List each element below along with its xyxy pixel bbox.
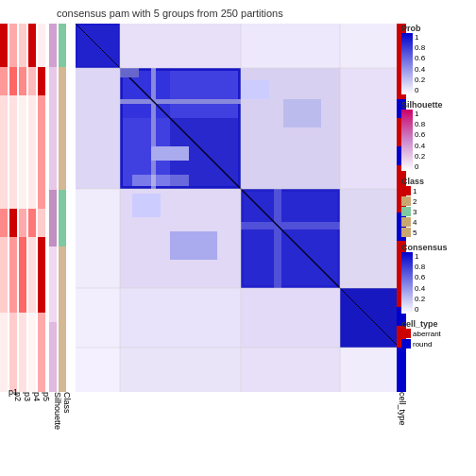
- svg-rect-36: [241, 24, 340, 68]
- svg-rect-101: [401, 252, 413, 314]
- cell-type-title: cell_type: [401, 319, 476, 329]
- prob-legend: Prob 1 0.8 0.6 0.4 0.2: [401, 24, 476, 94]
- right-legend: Prob 1 0.8 0.6 0.4 0.2: [401, 24, 476, 476]
- svg-rect-76: [151, 146, 189, 161]
- prob-title: Prob: [401, 24, 476, 33]
- svg-rect-81: [170, 231, 217, 260]
- svg-rect-24: [49, 24, 57, 67]
- svg-rect-21: [38, 209, 45, 237]
- svg-rect-35: [120, 24, 241, 68]
- svg-rect-32: [59, 246, 66, 322]
- aberrant-color: [401, 329, 411, 338]
- svg-rect-39: [76, 68, 120, 189]
- svg-rect-5: [9, 313, 17, 392]
- svg-rect-63: [120, 99, 241, 104]
- svg-rect-43: [76, 189, 120, 288]
- class-title: Class: [401, 177, 476, 186]
- round-color: [401, 339, 411, 348]
- svg-rect-12: [28, 24, 36, 67]
- svg-rect-68: [241, 222, 340, 230]
- svg-rect-20: [38, 95, 45, 209]
- svg-rect-49: [241, 288, 340, 348]
- svg-rect-15: [28, 209, 36, 237]
- class4-color: [401, 217, 411, 227]
- svg-rect-23: [38, 313, 45, 392]
- svg-rect-53: [241, 348, 340, 392]
- consensus-title: Consensus: [401, 243, 476, 252]
- svg-rect-6: [19, 24, 26, 67]
- consensus-gradient: [401, 252, 413, 314]
- round-label: round: [413, 340, 432, 348]
- heatmap-area: [76, 24, 397, 392]
- svg-rect-78: [241, 80, 269, 99]
- label-silhouette: Silhouette: [53, 392, 62, 444]
- label-p5: p5: [42, 392, 51, 430]
- class1-color: [401, 186, 411, 196]
- p1-bar-seg3: [0, 95, 8, 209]
- class-legend: Class 1 2 3 4: [401, 177, 476, 237]
- svg-rect-10: [19, 237, 26, 313]
- consensus-legend: Consensus 1 0.8 0.6 0.4 0.2: [401, 243, 476, 314]
- p1-bar-seg4: [0, 209, 8, 237]
- svg-rect-37: [340, 24, 397, 68]
- svg-rect-18: [38, 24, 45, 67]
- svg-rect-26: [49, 190, 57, 246]
- svg-rect-51: [76, 348, 120, 392]
- svg-rect-54: [340, 348, 397, 392]
- svg-rect-1: [9, 67, 17, 95]
- p1-bar-seg6: [0, 313, 8, 392]
- svg-rect-75: [120, 68, 139, 77]
- p1-bar-seg5: [0, 237, 8, 313]
- silhouette-gradient: [401, 110, 413, 171]
- svg-rect-29: [59, 24, 66, 67]
- silhouette-title: Silhouette: [401, 100, 476, 110]
- class5-color: [401, 228, 411, 237]
- svg-rect-11: [19, 313, 26, 392]
- svg-rect-41: [340, 68, 397, 189]
- label-class: Class: [62, 392, 72, 430]
- class3-color: [401, 207, 411, 216]
- svg-rect-0: [9, 24, 17, 67]
- label-p4: p4: [32, 392, 42, 430]
- svg-rect-13: [28, 67, 36, 95]
- svg-rect-16: [28, 237, 36, 313]
- svg-rect-9: [19, 209, 26, 237]
- svg-rect-17: [28, 313, 36, 392]
- svg-rect-19: [38, 67, 45, 95]
- prob-gradient: [401, 33, 413, 94]
- label-p3: p3: [23, 392, 32, 430]
- svg-rect-25: [49, 67, 57, 190]
- svg-rect-3: [9, 209, 17, 237]
- svg-rect-7: [19, 67, 26, 95]
- cell-type-legend: cell_type aberrant round: [401, 319, 476, 348]
- left-bars-svg: [0, 24, 76, 392]
- silhouette-legend: Silhouette 1 0.8 0.6 0: [401, 100, 476, 171]
- bottom-labels-area: p1 p2 p3 p4 p5 Silhouette Class: [0, 392, 406, 468]
- svg-rect-47: [76, 288, 120, 348]
- main-container: consensus pam with 5 groups from 250 par…: [0, 0, 476, 476]
- svg-rect-52: [120, 348, 241, 392]
- svg-rect-31: [59, 190, 66, 246]
- p1-bar-seg1: [0, 24, 8, 67]
- aberrant-label: aberrant: [413, 330, 441, 338]
- label-p2: p2: [13, 392, 23, 430]
- svg-rect-14: [28, 95, 36, 209]
- svg-rect-64: [151, 68, 156, 189]
- svg-rect-77: [132, 175, 189, 186]
- class2-color: [401, 196, 411, 206]
- svg-rect-30: [59, 67, 66, 190]
- svg-rect-33: [59, 322, 66, 392]
- p1-bar-seg2: [0, 67, 8, 95]
- svg-rect-69: [274, 189, 281, 288]
- chart-title: consensus pam with 5 groups from 250 par…: [57, 8, 283, 19]
- svg-rect-4: [9, 237, 17, 313]
- svg-rect-80: [132, 194, 161, 217]
- heatmap-svg: [76, 24, 397, 392]
- svg-rect-99: [401, 33, 413, 94]
- svg-rect-48: [120, 288, 241, 348]
- svg-rect-62: [170, 71, 238, 118]
- svg-rect-27: [49, 246, 57, 322]
- svg-rect-22: [38, 237, 45, 313]
- svg-rect-8: [19, 95, 26, 209]
- svg-rect-28: [49, 322, 57, 392]
